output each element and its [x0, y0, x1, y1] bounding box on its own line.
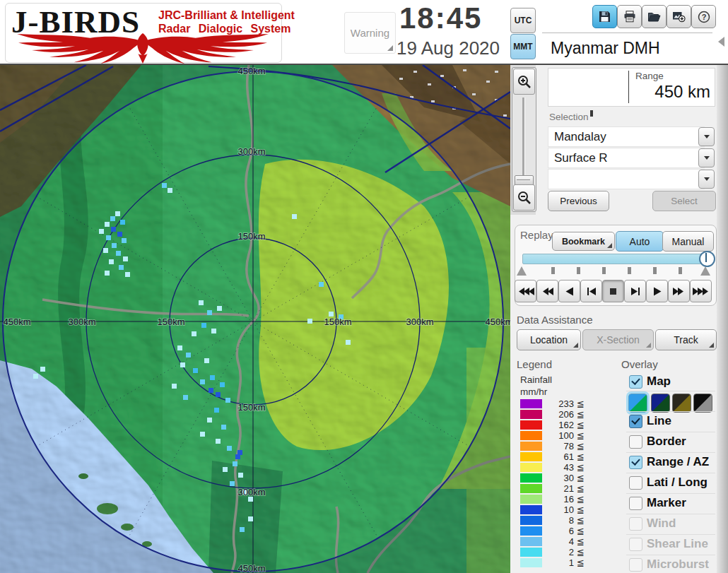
map-style-swatch-1[interactable] — [628, 394, 647, 413]
xsection-button[interactable]: X-Section — [582, 329, 654, 350]
option-dropdown[interactable] — [548, 169, 705, 189]
shear-line-checkbox[interactable] — [629, 538, 642, 551]
legend-le-symbol: ≦ — [577, 494, 585, 504]
timeline-tick — [551, 267, 555, 274]
ring-label-south-150: 150km — [237, 402, 265, 413]
zoom-slider-track[interactable] — [522, 98, 525, 175]
radar-map[interactable]: 450km 300km 150km 150km 300km 450km 450k… — [0, 65, 510, 573]
chevron-down-icon — [704, 177, 710, 181]
legend-swatch — [520, 410, 542, 419]
legend-le-symbol: ≦ — [577, 547, 585, 557]
overlay-item-label: Shear Line — [647, 537, 708, 551]
jbirds-logo: J-BIRDS JRC-Brilliant & Intelligent Rada… — [5, 3, 282, 63]
wind-checkbox[interactable] — [629, 517, 642, 531]
legend-row: 43≦ — [520, 463, 612, 473]
xsection-button-label: X-Section — [597, 334, 640, 345]
legend-le-symbol: ≦ — [577, 473, 585, 483]
utc-toggle-button[interactable]: UTC — [510, 8, 536, 33]
product-dropdown-value: Surface R — [554, 151, 608, 165]
fastest-forward-button[interactable] — [690, 280, 712, 302]
overlay-item-label: Line — [647, 414, 671, 428]
bookmark-button-label: Bookmark — [562, 237, 605, 247]
legend-swatch — [520, 495, 542, 504]
legend-row: 6≦ — [520, 526, 612, 536]
replay-manual-button[interactable]: Manual — [662, 231, 714, 252]
map-checkbox[interactable] — [629, 375, 642, 389]
replay-timeline-handle[interactable] — [699, 251, 715, 267]
zoom-out-button[interactable] — [513, 184, 535, 211]
site-dropdown-button[interactable] — [698, 127, 715, 146]
clock-date: 19 Aug 2020 — [397, 37, 500, 59]
location-button[interactable]: Location — [517, 329, 581, 350]
legend-swatch — [520, 505, 542, 514]
previous-button-label: Previous — [560, 196, 597, 206]
legend-le-symbol: ≦ — [577, 430, 585, 441]
check-icon — [631, 456, 640, 466]
warning-label: Warning — [351, 27, 389, 39]
range-label: Range — [635, 71, 664, 81]
map-style-swatch-2[interactable] — [651, 394, 670, 413]
replay-auto-button[interactable]: Auto — [616, 231, 664, 252]
step-backward-icon — [587, 287, 597, 296]
product-dropdown-button[interactable] — [698, 148, 715, 167]
track-button[interactable]: Track — [655, 329, 717, 350]
site-dropdown[interactable]: Mandalay — [548, 126, 705, 147]
option-dropdown-button[interactable] — [698, 170, 715, 189]
map-style-swatch-3[interactable] — [672, 394, 691, 413]
legend-value: 8 — [544, 515, 574, 526]
panel-collapse-arrow[interactable] — [718, 37, 724, 47]
radar-map-canvas: 450km 300km 150km 150km 300km 450km 450k… — [0, 65, 510, 573]
marker-checkbox[interactable] — [629, 497, 642, 510]
replay-timeline-track[interactable] — [522, 254, 709, 264]
lati-long-checkbox[interactable] — [629, 476, 642, 490]
range-az-checkbox[interactable] — [629, 456, 642, 469]
timeline-tick — [653, 267, 657, 274]
map-zoom-control — [512, 67, 536, 212]
microburst-checkbox[interactable] — [629, 558, 642, 572]
range-box: Range 450 km — [548, 68, 715, 107]
overlay-item-label: Marker — [647, 496, 686, 510]
step-forward-icon — [630, 287, 640, 296]
open-folder-button[interactable] — [642, 5, 667, 28]
legend-le-symbol: ≦ — [577, 483, 585, 494]
ring-label-north-450: 450km — [237, 66, 265, 76]
help-button[interactable]: ? — [691, 5, 716, 28]
chevron-down-icon — [704, 156, 710, 160]
legend-le-symbol: ≦ — [577, 398, 585, 409]
fast-forward-button[interactable] — [668, 280, 690, 302]
overlay-section-label: Overlay — [621, 358, 658, 370]
legend-le-symbol: ≦ — [577, 536, 585, 547]
previous-button[interactable]: Previous — [548, 191, 609, 211]
legend-le-symbol: ≦ — [577, 441, 585, 451]
fast-rewind-button[interactable] — [536, 280, 558, 302]
print-button[interactable] — [617, 5, 642, 28]
play-backward-button[interactable] — [558, 280, 580, 302]
logo-tagline-line1: JRC-Brilliant & Intelligent — [158, 8, 295, 22]
step-forward-button[interactable] — [624, 280, 646, 302]
mmt-toggle-button[interactable]: MMT — [510, 34, 536, 59]
stop-button[interactable] — [602, 280, 624, 302]
map-style-swatch-4[interactable] — [693, 394, 712, 413]
product-dropdown[interactable]: Surface R — [548, 148, 705, 168]
panel-divider — [542, 33, 712, 33]
ring-label-east-450: 450km — [485, 317, 510, 327]
bookmark-button[interactable]: Bookmark — [552, 232, 615, 251]
legend-row: 1≦ — [520, 558, 612, 568]
warning-button[interactable]: Warning — [344, 12, 396, 54]
border-checkbox[interactable] — [629, 435, 642, 449]
zoom-in-button[interactable] — [513, 69, 535, 95]
divider — [626, 514, 715, 514]
line-checkbox[interactable] — [629, 415, 642, 428]
fastest-rewind-icon — [517, 287, 534, 296]
legend-row: 233≦ — [520, 399, 612, 409]
select-button[interactable]: Select — [652, 191, 716, 211]
step-backward-button[interactable] — [580, 280, 602, 302]
fastest-rewind-button[interactable] — [515, 280, 536, 302]
save-button[interactable] — [592, 5, 617, 28]
add-image-button[interactable] — [667, 5, 691, 28]
overlay-item-label: Map — [647, 374, 671, 389]
legend-le-symbol: ≦ — [577, 504, 585, 515]
legend-swatch — [520, 526, 542, 536]
legend-row: 2≦ — [520, 548, 612, 557]
play-button[interactable] — [646, 280, 668, 302]
